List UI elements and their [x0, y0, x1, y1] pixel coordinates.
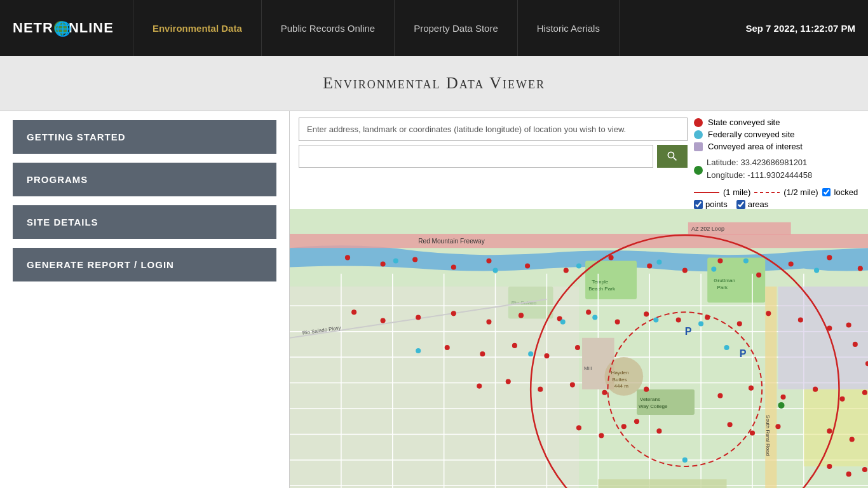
coords-area: Latitude: 33.423686981201 Longitude: -11… — [707, 156, 812, 181]
legend-label-state: State conveyed site — [708, 118, 780, 127]
svg-point-74 — [381, 318, 386, 323]
latitude-value: Latitude: 33.423686981201 — [707, 156, 812, 169]
search-go-button[interactable] — [657, 145, 688, 168]
svg-point-58 — [345, 255, 350, 260]
content-wrapper: GETTING STARTED PROGRAMS SITE DETAILS GE… — [0, 111, 868, 488]
svg-point-117 — [634, 419, 639, 424]
svg-point-126 — [493, 268, 498, 273]
svg-point-136 — [416, 348, 421, 353]
svg-point-73 — [351, 309, 356, 315]
svg-text:South Rural Road: South Rural Road — [765, 415, 771, 456]
svg-point-63 — [525, 263, 530, 268]
svg-text:Red Mountain Freeway: Red Mountain Freeway — [418, 238, 485, 245]
left-panel: GETTING STARTED PROGRAMS SITE DETAILS GE… — [0, 111, 289, 488]
svg-point-81 — [615, 319, 620, 324]
green-dot-icon — [694, 166, 703, 175]
svg-point-59 — [381, 261, 386, 266]
svg-point-96 — [538, 387, 543, 392]
svg-point-92 — [544, 353, 549, 358]
svg-point-69 — [756, 273, 761, 278]
nav-public-records[interactable]: Public Records Online — [262, 0, 395, 56]
areas-label: areas — [748, 200, 769, 209]
svg-point-106 — [827, 428, 832, 433]
svg-text:P: P — [685, 325, 692, 337]
svg-text:Beach Park: Beach Park — [588, 286, 616, 292]
svg-point-64 — [564, 268, 569, 273]
svg-point-101 — [749, 386, 754, 391]
svg-point-123 — [853, 342, 858, 347]
svg-point-118 — [656, 428, 661, 433]
checkbox-row: points areas — [694, 200, 859, 209]
svg-point-68 — [717, 258, 722, 263]
svg-text:AZ 202 Loop: AZ 202 Loop — [691, 226, 724, 232]
svg-point-66 — [647, 263, 652, 268]
svg-text:P: P — [740, 348, 747, 359]
svg-point-107 — [850, 437, 855, 442]
svg-point-114 — [728, 422, 733, 427]
right-top: Enter address, landmark or coordinates (… — [290, 111, 868, 209]
svg-rect-50 — [765, 287, 776, 488]
radius-row: (1 mile) (1/2 mile) locked — [694, 187, 859, 197]
logo[interactable]: NETR🌐NLINE — [13, 20, 114, 36]
page-title: Environmental Data Viewer — [0, 74, 868, 93]
svg-text:Mill: Mill — [584, 365, 592, 371]
svg-point-67 — [682, 268, 688, 273]
search-hint-text: Enter address, landmark or coordinates (… — [307, 125, 626, 134]
svg-point-97 — [570, 383, 575, 388]
points-checkbox[interactable] — [694, 200, 703, 209]
points-label: points — [705, 200, 728, 209]
svg-point-98 — [602, 390, 607, 395]
nav-environmental-data[interactable]: Environmental Data — [133, 0, 262, 56]
globe-icon: 🌐 — [54, 21, 68, 35]
blue-dot-icon — [694, 130, 703, 139]
svg-text:Hayden: Hayden — [611, 370, 629, 376]
svg-point-65 — [609, 255, 614, 260]
svg-point-127 — [576, 263, 581, 268]
map-view[interactable]: Red Mountain Freeway AZ 202 Loop Temple … — [290, 209, 868, 488]
red-dot-icon — [694, 118, 703, 127]
svg-point-110 — [862, 467, 867, 472]
legend-federally-conveyed: Federally conveyed site — [694, 130, 859, 139]
programs-button[interactable]: PROGRAMS — [13, 163, 276, 196]
svg-point-120 — [599, 433, 604, 438]
locked-checkbox[interactable] — [822, 188, 831, 196]
nav-property-data[interactable]: Property Data Store — [395, 0, 518, 56]
svg-point-87 — [798, 317, 803, 322]
svg-point-85 — [737, 321, 742, 326]
purple-square-icon — [694, 142, 703, 151]
svg-point-70 — [789, 261, 794, 266]
locked-label: locked — [834, 187, 858, 197]
search-icon — [666, 150, 679, 163]
svg-point-90 — [480, 351, 485, 356]
svg-point-102 — [780, 395, 785, 400]
legend-label-area: Conveyed area of interest — [708, 142, 803, 151]
svg-rect-52 — [778, 287, 868, 390]
site-details-button[interactable]: SITE DETAILS — [13, 205, 276, 239]
svg-point-82 — [644, 311, 649, 316]
areas-checkbox[interactable] — [736, 200, 745, 209]
svg-point-94 — [477, 384, 482, 389]
svg-point-132 — [560, 319, 566, 324]
svg-point-71 — [827, 255, 832, 260]
header: NETR🌐NLINE Environmental Data Public Rec… — [0, 0, 868, 56]
svg-point-103 — [813, 387, 818, 392]
radius-1mile-line — [694, 192, 719, 193]
search-input[interactable] — [299, 145, 653, 168]
svg-point-124 — [846, 323, 851, 328]
svg-text:Buttes: Buttes — [613, 377, 627, 383]
svg-point-137 — [528, 351, 533, 356]
legend-label-federal: Federally conveyed site — [708, 130, 795, 139]
svg-point-121 — [621, 424, 627, 429]
svg-rect-1 — [290, 234, 868, 248]
points-checkbox-item: points — [694, 200, 728, 209]
svg-point-104 — [840, 396, 845, 402]
svg-text:Temple: Temple — [592, 279, 609, 285]
generate-report-button[interactable]: GENERATE REPORT / LOGIN — [13, 248, 276, 281]
svg-point-130 — [743, 258, 749, 263]
areas-checkbox-item: areas — [736, 200, 769, 209]
nav-historic-aerials[interactable]: Historic Aerials — [518, 0, 620, 56]
svg-text:Way College: Way College — [639, 403, 668, 409]
svg-point-125 — [393, 258, 398, 263]
getting-started-button[interactable]: GETTING STARTED — [13, 120, 276, 154]
svg-point-116 — [775, 424, 780, 429]
